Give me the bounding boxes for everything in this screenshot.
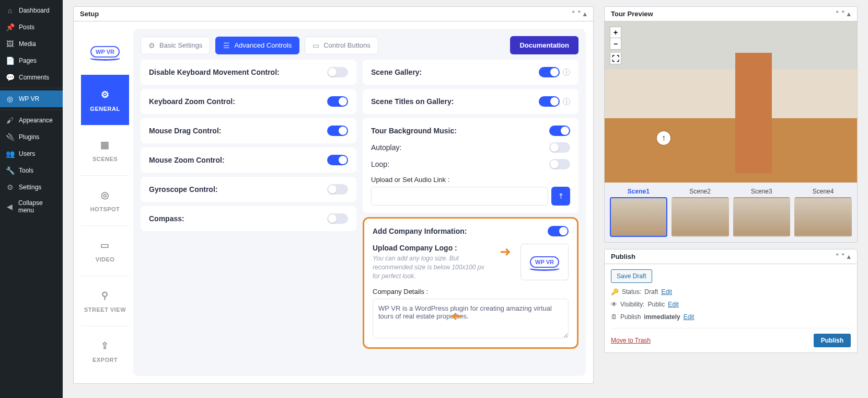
vtab-video[interactable]: ▭VIDEO — [81, 225, 129, 276]
wp-menu-appearance[interactable]: 🖌Appearance — [0, 112, 63, 129]
Scene Gallery:-toggle[interactable] — [539, 67, 560, 77]
chevron-up-icon[interactable]: ˄ — [836, 10, 839, 18]
tab-icon: ▭ — [313, 41, 319, 50]
export-icon: ⇪ — [101, 340, 109, 351]
publish-button[interactable]: Publish — [814, 334, 851, 347]
hotspot-icon: ◎ — [101, 189, 110, 201]
setting-scene-titles-on-gallery: Scene Titles on Gallery:i — [363, 89, 578, 114]
vtab-export[interactable]: ⇪EXPORT — [81, 326, 129, 376]
wp-admin-sidebar: ⌂Dashboard📌Posts🖼Media📄Pages💬Comments◎WP… — [0, 0, 63, 398]
wp-menu-settings[interactable]: ⚙Settings — [0, 179, 63, 196]
street view-icon: ⚲ — [101, 290, 109, 301]
wp-menu-media[interactable]: 🖼Media — [0, 36, 63, 52]
move-to-trash-link[interactable]: Move to Trash — [611, 337, 651, 344]
menu-icon: 👥 — [5, 149, 15, 158]
tab-icon: ☰ — [223, 41, 230, 50]
edit-schedule-link[interactable]: Edit — [684, 313, 695, 321]
autoplay-toggle[interactable] — [549, 142, 570, 153]
audio-link-input[interactable] — [371, 187, 548, 206]
Keyboard Zoom Control:-toggle[interactable] — [327, 96, 348, 107]
publish-panel: Publish ˄ ˅ ▴ Save Draft 🔑 Status: Draft… — [604, 249, 858, 353]
edit-visibility-link[interactable]: Edit — [668, 301, 679, 308]
company-logo-dropzone[interactable]: WP VR — [520, 244, 569, 280]
schedule-row: 🗓 Publish immediately Edit — [611, 313, 851, 321]
triangle-toggle-icon[interactable]: ▴ — [847, 253, 851, 260]
tour-preview-panel: Tour Preview ˄ ˅ ▴ + − ⛶ ↑ Scene1 — [604, 6, 858, 243]
company-info-toggle[interactable] — [548, 226, 569, 236]
menu-icon: 🔧 — [5, 166, 15, 175]
tour-preview-title: Tour Preview — [611, 10, 653, 18]
wp-menu-comments[interactable]: 💬Comments — [0, 69, 63, 86]
top-tab-control-buttons[interactable]: ▭Control Buttons — [305, 37, 378, 54]
setting-compass: Compass: — [141, 206, 356, 231]
company-info-card: Add Company Information:Upload Company L… — [363, 217, 578, 349]
wp-menu-wp-vr[interactable]: ◎WP VR — [0, 90, 63, 107]
chevron-up-icon[interactable]: ˄ — [836, 253, 839, 260]
Mouse Drag Control:-toggle[interactable] — [327, 126, 348, 136]
scene-thumb-2[interactable]: Scene2 — [672, 188, 729, 237]
Compass:-toggle[interactable] — [327, 213, 348, 224]
chevron-down-icon[interactable]: ˅ — [577, 10, 581, 18]
menu-icon: 🖌 — [5, 116, 15, 125]
wp-menu-dashboard[interactable]: ⌂Dashboard — [0, 2, 63, 19]
wp-menu-users[interactable]: 👥Users — [0, 145, 63, 162]
scene-thumb-4[interactable]: Scene4 — [794, 188, 852, 237]
wpvr-logo: WP VR — [81, 29, 129, 75]
arrow-right-icon: ➜ — [500, 244, 511, 260]
wp-menu-pages[interactable]: 📄Pages — [0, 52, 63, 69]
scene-thumb-3[interactable]: Scene3 — [733, 188, 791, 237]
zoom-in-button[interactable]: + — [610, 27, 621, 38]
menu-icon: ◎ — [5, 94, 15, 104]
fullscreen-button[interactable]: ⛶ — [610, 53, 621, 64]
wp-menu-collapse-menu[interactable]: ◀Collapse menu — [0, 196, 63, 218]
scene-thumb-1[interactable]: Scene1 — [610, 188, 667, 237]
setting-scene-gallery: Scene Gallery:i — [363, 60, 578, 85]
video-icon: ▭ — [100, 240, 110, 251]
vtab-street-view[interactable]: ⚲STREET VIEW — [81, 276, 129, 326]
company-details-textarea[interactable]: WP VR is a WordPress plugin for creating… — [373, 299, 569, 338]
chevron-down-icon[interactable]: ˅ — [841, 10, 845, 18]
wp-menu-plugins[interactable]: 🔌Plugins — [0, 129, 63, 145]
triangle-toggle-icon[interactable]: ▴ — [847, 10, 851, 18]
scenes-icon: ▦ — [100, 139, 110, 151]
documentation-button[interactable]: Documentation — [510, 36, 578, 54]
edit-status-link[interactable]: Edit — [661, 288, 672, 295]
tab-icon: ⚙ — [148, 41, 155, 50]
status-row: 🔑 Status: Draft Edit — [611, 288, 851, 295]
triangle-toggle-icon[interactable]: ▴ — [583, 10, 587, 18]
background-music-card: Tour Background Music:Autoplay:Loop:Uplo… — [363, 118, 578, 213]
chevron-down-icon[interactable]: ˅ — [841, 253, 845, 260]
scene-thumbnails: Scene1Scene2Scene3Scene4 — [605, 183, 857, 242]
eye-icon: 👁 — [611, 301, 617, 308]
hotspot-marker[interactable]: ↑ — [657, 131, 670, 145]
setup-panel: Setup ˄ ˅ ▴ WP VR ⚙GENERAL▦SCENES◎HOTSPO… — [73, 6, 594, 384]
setup-title: Setup — [80, 10, 99, 18]
save-draft-button[interactable]: Save Draft — [611, 269, 652, 283]
wp-menu-posts[interactable]: 📌Posts — [0, 19, 63, 36]
upload-audio-button[interactable]: ⤒ — [551, 187, 570, 206]
vtab-scenes[interactable]: ▦SCENES — [81, 125, 129, 175]
menu-icon: ⌂ — [5, 6, 15, 15]
top-tab-basic-settings[interactable]: ⚙Basic Settings — [141, 37, 210, 54]
info-icon[interactable]: i — [563, 69, 570, 76]
menu-icon: 🔌 — [5, 132, 15, 142]
setting-mouse-zoom-control: Mouse Zoom Control: — [141, 147, 356, 173]
vtab-hotspot[interactable]: ◎HOTSPOT — [81, 175, 129, 225]
menu-icon: ⚙ — [5, 183, 15, 192]
Scene Titles on Gallery:-toggle[interactable] — [539, 96, 560, 107]
tour-viewport[interactable]: + − ⛶ ↑ — [605, 21, 857, 183]
vtab-general[interactable]: ⚙GENERAL — [81, 75, 129, 125]
Gyroscope Control:-toggle[interactable] — [327, 184, 348, 195]
vertical-tabs: WP VR ⚙GENERAL▦SCENES◎HOTSPOT▭VIDEO⚲STRE… — [81, 29, 129, 376]
chevron-up-icon[interactable]: ˄ — [572, 10, 575, 18]
bg-music-toggle[interactable] — [549, 126, 570, 136]
loop-toggle[interactable] — [549, 159, 570, 169]
top-tab-advanced-controls[interactable]: ☰Advanced Controls — [215, 37, 299, 54]
wp-menu-tools[interactable]: 🔧Tools — [0, 162, 63, 179]
settings-top-tabs: ⚙Basic Settings☰Advanced Controls▭Contro… — [141, 37, 378, 54]
zoom-out-button[interactable]: − — [610, 38, 621, 50]
Mouse Zoom Control:-toggle[interactable] — [327, 155, 348, 165]
info-icon[interactable]: i — [563, 98, 570, 105]
Disable Keyboard Movement Control:-toggle[interactable] — [327, 67, 348, 77]
calendar-icon: 🗓 — [611, 313, 617, 321]
